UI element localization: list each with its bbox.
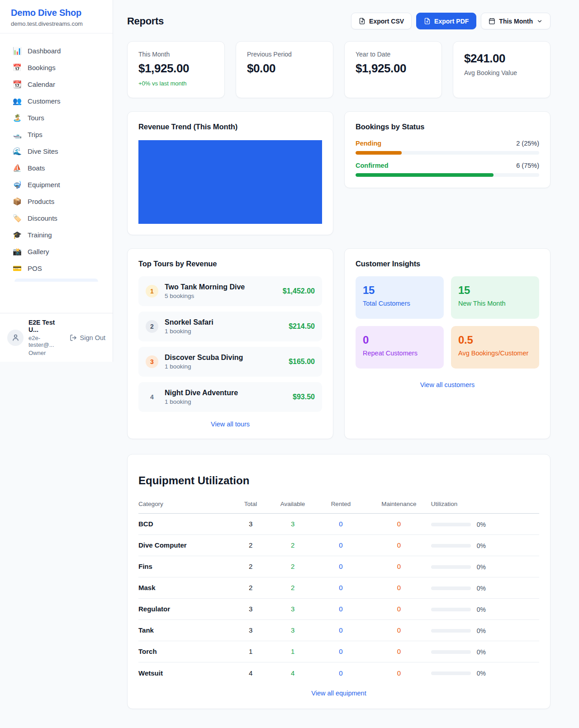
cell-available: 1 <box>271 641 314 662</box>
user-info: E2E Test U... e2e-tester@... Owner <box>28 319 65 356</box>
sidebar-item-tours[interactable]: 🏝️Tours <box>7 109 105 126</box>
sidebar-item-customers[interactable]: 👥Customers <box>7 93 105 109</box>
sidebar-item-calendar[interactable]: 📆Calendar <box>7 76 105 93</box>
tour-name: Two Tank Morning Dive <box>165 283 276 291</box>
top-tours-title: Top Tours by Revenue <box>138 260 322 268</box>
status-value: 6 (75%) <box>516 162 539 169</box>
view-all-equipment-link[interactable]: View all equipment <box>138 690 539 697</box>
tour-amount: $93.50 <box>293 393 315 401</box>
sign-out-button[interactable]: Sign Out <box>70 334 105 341</box>
view-all-customers-link[interactable]: View all customers <box>356 381 539 388</box>
sidebar-item-boats[interactable]: ⛵Boats <box>7 160 105 176</box>
export-csv-button[interactable]: Export CSV <box>351 13 412 29</box>
sidebar-item-bookings[interactable]: 📅Bookings <box>7 59 105 76</box>
progress-track <box>356 151 539 155</box>
cell-rented: 0 <box>315 641 367 662</box>
insight-repeat-customers: 0 Repeat Customers <box>356 326 444 369</box>
tour-bookings: 1 booking <box>165 363 282 370</box>
cell-maintenance: 0 <box>367 534 431 556</box>
cell-category: Fins <box>138 556 231 577</box>
utilization-bar <box>431 565 471 569</box>
utilization-bar <box>431 544 471 548</box>
sidebar-item-label: Trips <box>28 131 43 138</box>
tour-amount: $1,452.00 <box>283 287 315 295</box>
sidebar-item-discounts[interactable]: 🏷️Discounts <box>7 210 105 227</box>
user-role: Owner <box>28 350 65 356</box>
table-row: Torch 1 1 0 0 0% <box>138 641 539 662</box>
bookings-by-status-title: Bookings by Status <box>356 123 539 131</box>
sidebar-item-training[interactable]: 🎓Training <box>7 227 105 243</box>
customer-insights-title: Customer Insights <box>356 260 539 268</box>
rank-badge: 2 <box>146 320 158 333</box>
revenue-trend-chart <box>138 140 322 224</box>
sidebar-item-dashboard[interactable]: 📊Dashboard <box>7 43 105 59</box>
cell-available: 3 <box>271 598 314 619</box>
sidebar-item-trips[interactable]: 🛥️Trips <box>7 126 105 143</box>
column-header-category: Category <box>138 496 231 514</box>
utilization-percent: 0% <box>477 648 486 656</box>
cell-total: 2 <box>231 577 271 598</box>
sidebar-item-dive-sites[interactable]: 🌊Dive Sites <box>7 143 105 160</box>
utilization-percent: 0% <box>477 606 486 613</box>
sidebar-item-gallery[interactable]: 📸Gallery <box>7 243 105 260</box>
sidebar-item-reports-active-partial[interactable] <box>14 279 98 282</box>
discounts-icon: 🏷️ <box>13 215 22 222</box>
utilization-bar <box>431 629 471 633</box>
cell-category: Dive Computer <box>138 534 231 556</box>
cell-maintenance: 0 <box>367 556 431 577</box>
cell-total: 4 <box>231 662 271 683</box>
insights-row: Top Tours by Revenue 1 Two Tank Morning … <box>127 248 551 439</box>
gallery-icon: 📸 <box>13 248 22 255</box>
avatar <box>7 330 24 346</box>
file-down-icon <box>359 18 365 24</box>
logout-icon <box>70 334 77 341</box>
file-down-icon <box>424 18 431 24</box>
utilization-bar <box>431 608 471 611</box>
sidebar-item-products[interactable]: 📦Products <box>7 193 105 210</box>
page-title: Reports <box>127 15 164 27</box>
utilization-bar <box>431 650 471 654</box>
insight-grid: 15 Total Customers 15 New This Month 0 R… <box>356 276 539 369</box>
utilization-percent: 0% <box>477 627 486 634</box>
rank-badge: 3 <box>146 355 158 368</box>
stat-card-year-to-date: Year to Date $1,925.00 <box>344 41 442 98</box>
stat-card-avg-booking-value: $241.00 Avg Booking Value <box>453 41 551 98</box>
table-row: Dive Computer 2 2 0 0 0% <box>138 534 539 556</box>
insight-label: Avg Bookings/Customer <box>458 350 532 357</box>
cell-utilization: 0% <box>431 641 539 662</box>
sidebar-nav: 📊Dashboard 📅Bookings 📆Calendar 👥Customer… <box>0 33 113 282</box>
utilization-percent: 0% <box>477 542 486 549</box>
dive-sites-icon: 🌊 <box>13 148 22 155</box>
shop-domain: demo.test.divestreams.com <box>11 20 102 27</box>
period-label: This Month <box>499 18 533 25</box>
export-csv-label: Export CSV <box>369 18 404 25</box>
rank-badge: 1 <box>146 285 158 298</box>
utilization-bar <box>431 523 471 526</box>
user-section: E2E Test U... e2e-tester@... Owner Sign … <box>0 313 113 362</box>
sidebar-item-pos[interactable]: 💳POS <box>7 260 105 277</box>
period-select[interactable]: This Month <box>481 13 551 29</box>
cell-category: BCD <box>138 513 231 534</box>
cell-maintenance: 0 <box>367 598 431 619</box>
progress-fill-confirmed <box>356 173 494 177</box>
utilization-percent: 0% <box>477 521 486 528</box>
cell-rented: 0 <box>315 556 367 577</box>
view-all-tours-link[interactable]: View all tours <box>138 421 322 428</box>
cell-maintenance: 0 <box>367 513 431 534</box>
stat-label: This Month <box>138 51 214 58</box>
bookings-icon: 📅 <box>13 64 22 71</box>
stat-value: $0.00 <box>247 61 322 76</box>
export-pdf-button[interactable]: Export PDF <box>416 13 476 29</box>
column-header-total: Total <box>231 496 271 514</box>
tour-amount: $214.50 <box>289 322 315 331</box>
cell-total: 1 <box>231 641 271 662</box>
stat-value: $1,925.00 <box>356 61 431 76</box>
stat-value: $1,925.00 <box>138 61 214 76</box>
table-row: Mask 2 2 0 0 0% <box>138 577 539 598</box>
chevron-down-icon <box>536 18 543 24</box>
sidebar-item-equipment[interactable]: 🤿Equipment <box>7 176 105 193</box>
status-label: Pending <box>356 140 381 147</box>
stat-label: Previous Period <box>247 51 322 58</box>
cell-utilization: 0% <box>431 577 539 598</box>
sidebar-item-label: Calendar <box>28 80 55 88</box>
